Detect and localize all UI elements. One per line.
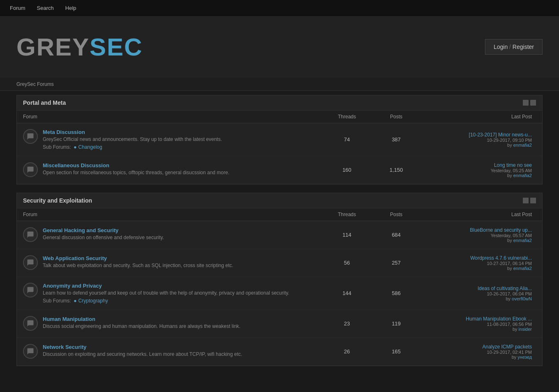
last-post-cell: Analyze ICMP packets 10-29-2017, 02:41 P… (421, 344, 536, 360)
last-post-cell: [10-23-2017] Minor news-u... 10-29-2017,… (421, 131, 536, 148)
last-post-by: by insider (421, 327, 532, 332)
login-register-button[interactable]: Login / Register (485, 39, 543, 55)
col-header-lastpost: Last Post (421, 212, 536, 217)
forum-bubble-icon (23, 255, 38, 270)
last-post-title-link[interactable]: BlueBorne and security up... (470, 227, 532, 233)
forum-icon-cell: General Hacking and Security General dis… (23, 227, 322, 242)
forum-desc: GreySec Official news and announcements.… (43, 136, 322, 143)
forum-cell: Miscellaneous Discussion Open section fo… (23, 162, 322, 177)
category-header-security-exploitation: Security and Exploitation (17, 193, 542, 208)
header: GREYSEC Login / Register (0, 16, 559, 78)
posts-count: 586 (372, 290, 421, 296)
dot: ● (74, 298, 76, 304)
last-post-author-link[interactable]: overfl0wN (512, 296, 532, 301)
last-post-by: by enmafia2 (421, 238, 532, 243)
forum-desc: Discussion on exploiting and securing ne… (43, 351, 322, 358)
register-link[interactable]: Register (513, 44, 534, 50)
forum-desc: Open section for miscellaneous topics, o… (43, 169, 322, 176)
table-header: Forum Threads Posts Last Post (17, 208, 542, 221)
table-row: Anonymity and Privacy Learn how to defen… (17, 277, 542, 310)
breadcrumb-link[interactable]: GreySec Forums (16, 81, 54, 87)
table-row: Human Manipulation Discuss social engine… (17, 310, 542, 338)
last-post-author-link[interactable]: enmafia2 (513, 238, 532, 243)
last-post-title-link[interactable]: Ideas of cultivating Alia... (478, 286, 532, 291)
category-security-exploitation: Security and Exploitation Forum Threads … (16, 193, 543, 366)
last-post-by: by enmafia2 (421, 266, 532, 271)
table-row: Web Application Security Talk about web … (17, 249, 542, 277)
last-post-by: by overfl0wN (421, 296, 532, 301)
last-post-by: by enmafia2 (421, 173, 532, 178)
forum-icon-cell: Anonymity and Privacy Learn how to defen… (23, 283, 322, 304)
category-portal-meta: Portal and Meta Forum Threads Posts Last… (16, 95, 543, 184)
forum-icon-cell: Miscellaneous Discussion Open section fo… (23, 162, 322, 177)
subforum-link[interactable]: Cryptography (79, 298, 108, 304)
forum-name-link[interactable]: Miscellaneous Discussion (43, 162, 109, 168)
threads-count: 160 (322, 167, 372, 173)
category-collapse-icons[interactable] (523, 100, 536, 106)
collapse-icon-2[interactable] (530, 100, 536, 106)
forum-name-link[interactable]: General Hacking and Security (43, 227, 118, 233)
last-post-author-link[interactable]: унезед (517, 355, 532, 360)
nav-search[interactable]: Search (31, 0, 60, 16)
last-post-title-link[interactable]: Wordpress 4.7.6 vulnerabi... (470, 255, 532, 261)
collapse-icon[interactable] (523, 198, 529, 203)
last-post-title-link[interactable]: [10-23-2017] Minor news-u... (469, 132, 532, 138)
category-header-portal-meta: Portal and Meta (17, 95, 542, 110)
category-title: Security and Exploitation (23, 197, 92, 204)
forum-info: Miscellaneous Discussion Open section fo… (43, 162, 322, 176)
table-row: Meta Discussion GreySec Official news an… (17, 123, 542, 156)
forum-name-link[interactable]: Human Manipulation (43, 316, 95, 322)
top-nav: Forum Search Help (0, 0, 559, 16)
col-header-forum: Forum (23, 212, 322, 217)
forum-cell: Human Manipulation Discuss social engine… (23, 316, 322, 331)
subforum-link[interactable]: Changelog (79, 144, 102, 150)
posts-count: 165 (372, 348, 421, 355)
last-post-author-link[interactable]: enmafia2 (513, 143, 532, 148)
last-post-author-link[interactable]: enmafia2 (513, 173, 532, 178)
last-post-title-link[interactable]: Long time no see (494, 162, 532, 168)
forum-name-link[interactable]: Anonymity and Privacy (43, 283, 102, 289)
last-post-date: 10-29-2017, 02:41 PM (421, 350, 532, 355)
forum-bubble-icon (23, 344, 38, 359)
login-link[interactable]: Login (494, 44, 508, 50)
collapse-icon-2[interactable] (530, 198, 536, 203)
last-post-date: Yesterday, 05:25 AM (421, 168, 532, 173)
slash: / (508, 44, 513, 50)
last-post-title-link[interactable]: Human Manipulation Ebook ... (466, 316, 532, 322)
col-header-forum: Forum (23, 114, 322, 120)
forum-name-link[interactable]: Meta Discussion (43, 129, 85, 135)
forum-name-link[interactable]: Web Application Security (43, 255, 107, 261)
last-post-author-link[interactable]: insider (519, 327, 532, 332)
last-post-author-link[interactable]: enmafia2 (513, 266, 532, 271)
forum-bubble-icon (23, 283, 38, 297)
message-icon (27, 320, 34, 327)
posts-count: 257 (372, 260, 421, 266)
main-content: Portal and Meta Forum Threads Posts Last… (0, 91, 559, 391)
forum-name-link[interactable]: Network Security (43, 344, 86, 350)
forum-info: Meta Discussion GreySec Official news an… (43, 129, 322, 150)
last-post-by: by унезед (421, 355, 532, 360)
forum-cell: General Hacking and Security General dis… (23, 227, 322, 242)
collapse-icon[interactable] (523, 100, 529, 106)
forum-cell: Network Security Discussion on exploitin… (23, 344, 322, 359)
col-header-threads: Threads (322, 114, 372, 120)
forum-bubble-icon (23, 162, 38, 177)
message-icon (27, 166, 34, 173)
last-post-date: 10-29-2017, 09:10 PM (421, 138, 532, 143)
forum-icon-cell: Network Security Discussion on exploitin… (23, 344, 322, 359)
nav-forum[interactable]: Forum (4, 0, 31, 16)
nav-help[interactable]: Help (60, 0, 82, 16)
threads-count: 56 (322, 260, 372, 266)
category-collapse-icons[interactable] (523, 198, 536, 203)
forum-info: Network Security Discussion on exploitin… (43, 344, 322, 358)
col-header-lastpost: Last Post (421, 114, 536, 120)
col-header-posts: Posts (372, 212, 421, 217)
last-post-cell: Ideas of cultivating Alia... 10-26-2017,… (421, 285, 536, 301)
last-post-by: by enmafia2 (421, 143, 532, 148)
posts-count: 387 (372, 136, 421, 143)
forum-cell: Anonymity and Privacy Learn how to defen… (23, 283, 322, 304)
last-post-cell: Human Manipulation Ebook ... 11-08-2017,… (421, 316, 536, 332)
forum-bubble-icon (23, 316, 38, 331)
message-icon (27, 231, 34, 238)
last-post-title-link[interactable]: Analyze ICMP packets (483, 344, 532, 350)
